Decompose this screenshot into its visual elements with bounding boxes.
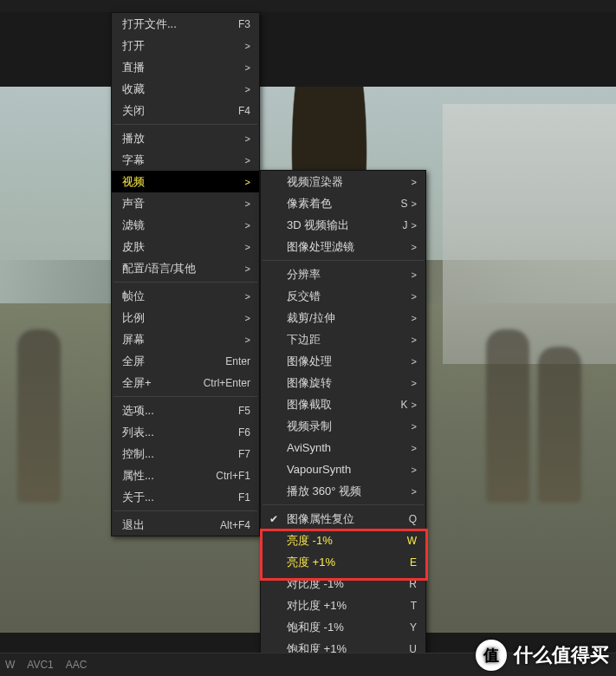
submenu-arrow-icon: > [245,155,250,166]
menu-item[interactable]: 图像处理> [261,350,425,372]
context-menu-main: 打开文件...F3打开>直播>收藏>关闭F4播放>字幕>视频>声音>滤镜>皮肤>… [111,12,260,536]
menu-item[interactable]: VapourSynth> [261,458,425,480]
menu-item[interactable]: 对比度 -1%R [261,573,425,595]
menu-item-label: 裁剪/拉伸 [287,310,408,326]
menu-item[interactable]: 视频> [112,171,259,192]
video-bg-person [538,347,581,503]
submenu-arrow-icon: > [245,335,250,345]
menu-item[interactable]: 3D 视频输出J> [261,214,425,236]
menu-item-shortcut: F1 [238,491,250,504]
menu-item[interactable]: 关闭F4 [112,100,259,121]
menu-item[interactable]: 直播> [112,56,259,78]
menu-item-shortcut: F4 [238,105,250,117]
menu-separator [263,260,424,261]
menu-item[interactable]: 打开文件...F3 [112,13,259,35]
menu-item[interactable]: 打开> [112,35,259,56]
menu-separator [113,124,257,125]
submenu-arrow-icon: > [412,198,417,209]
menu-item[interactable]: 全屏Enter [112,350,259,372]
menu-item[interactable]: 分辨率> [261,263,425,285]
watermark-icon: 值 [476,640,507,671]
menu-item-shortcut: Alt+F4 [220,519,250,531]
menu-item[interactable]: 视频渲染器> [261,171,425,192]
menu-item[interactable]: 图像截取K> [261,393,425,415]
menu-item[interactable]: 像素着色S> [261,192,425,214]
menu-item[interactable]: 亮度 +1%E [261,551,425,573]
menu-item[interactable]: 列表...F6 [112,421,259,443]
menu-item[interactable]: 皮肤> [112,236,259,257]
menu-item-label: 亮度 +1% [287,555,410,570]
menu-item-shortcut: J [403,219,408,231]
menu-item[interactable]: 反交错> [261,285,425,307]
submenu-arrow-icon: > [412,242,417,252]
menu-item[interactable]: 比例> [112,307,259,328]
menu-item[interactable]: 下边距> [261,328,425,350]
menu-item-label: 退出 [122,517,220,533]
menu-item[interactable]: 属性...Ctrl+F1 [112,465,259,486]
menu-item-shortcut: Q [409,513,417,525]
menu-item-shortcut: Y [410,621,417,634]
submenu-arrow-icon: > [245,62,250,73]
menu-item-label: 滤镜 [122,218,242,233]
menu-item[interactable]: 字幕> [112,149,259,171]
submenu-arrow-icon: > [412,486,417,497]
menu-item[interactable]: 图像旋转> [261,372,425,393]
menu-item-shortcut: F5 [238,405,250,417]
submenu-arrow-icon: > [245,291,250,302]
menu-item[interactable]: 控制...F7 [112,443,259,465]
menu-separator [113,510,257,511]
menu-item-label: 对比度 +1% [287,598,411,614]
menu-item-label: 字幕 [122,153,242,168]
menu-item[interactable]: 滤镜> [112,214,259,236]
menu-item-shortcut: Enter [225,355,250,367]
menu-item[interactable]: 视频录制> [261,415,425,437]
menu-item-label: 视频渲染器 [287,174,408,190]
menu-item[interactable]: 播放 360° 视频> [261,480,425,502]
menu-item-label: 关闭 [122,103,238,119]
menu-item[interactable]: 播放> [112,127,259,149]
menu-item-label: 收藏 [122,81,242,97]
menu-item-label: 图像旋转 [287,375,408,391]
menu-item[interactable]: 亮度 -1%W [261,530,425,551]
menu-item-label: 属性... [122,468,216,484]
menu-item[interactable]: ✔图像属性复位Q [261,508,425,530]
menu-item-label: 亮度 -1% [287,533,407,549]
menu-item[interactable]: 帧位> [112,285,259,307]
submenu-arrow-icon: > [412,291,417,302]
video-bg-person [486,329,529,503]
menu-item[interactable]: 选项...F5 [112,400,259,421]
menu-item[interactable]: 关于...F1 [112,486,259,508]
menu-item-label: 视频 [122,174,242,190]
menu-item-label: 皮肤 [122,239,242,255]
menu-item-label: 屏幕 [122,332,242,348]
menu-item-shortcut: F6 [238,426,250,439]
menu-item-label: 比例 [122,310,242,326]
menu-item-label: VapourSynth [287,463,408,476]
menu-item[interactable]: 裁剪/拉伸> [261,307,425,328]
menu-item[interactable]: 饱和度 -1%Y [261,616,425,638]
menu-item-shortcut: R [409,578,417,590]
menu-item-shortcut: F7 [238,448,250,460]
menu-item[interactable]: 退出Alt+F4 [112,514,259,536]
menu-item[interactable]: 屏幕> [112,328,259,350]
menu-item-shortcut: K [401,399,408,411]
submenu-arrow-icon: > [412,177,417,187]
menu-item-label: 视频录制 [287,419,408,434]
menu-item[interactable]: 图像处理滤镜> [261,236,425,257]
menu-item[interactable]: 全屏+Ctrl+Enter [112,372,259,393]
menu-item[interactable]: AviSynth> [261,437,425,458]
submenu-arrow-icon: > [412,313,417,323]
menu-item[interactable]: 收藏> [112,78,259,100]
submenu-arrow-icon: > [245,242,250,252]
menu-item-label: 播放 360° 视频 [287,484,408,499]
status-w: W [5,659,15,671]
menu-item[interactable]: 声音> [112,192,259,214]
menu-item-label: 全屏 [122,354,225,369]
menu-separator [263,504,424,505]
menu-item-label: 全屏+ [122,375,204,391]
menu-item-label: 反交错 [287,289,408,304]
menu-item[interactable]: 对比度 +1%T [261,595,425,616]
menu-item[interactable]: 配置/语言/其他> [112,257,259,279]
submenu-arrow-icon: > [245,41,250,51]
menu-item-label: 控制... [122,446,238,462]
